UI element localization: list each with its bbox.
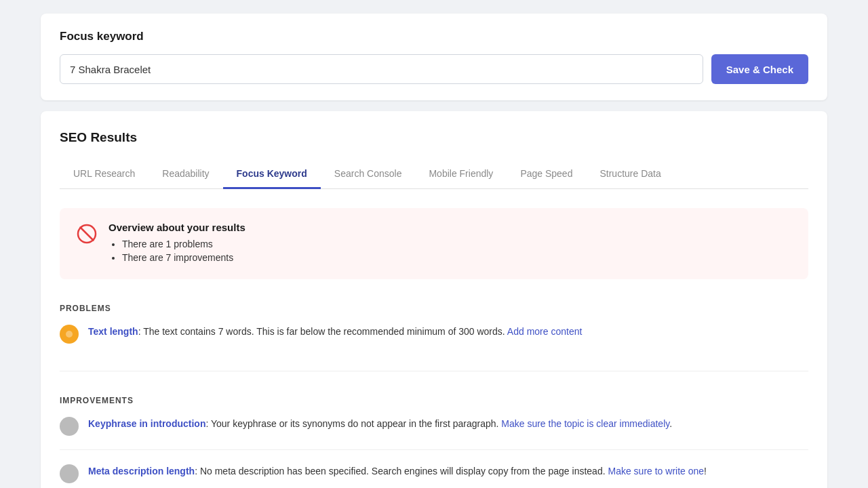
tab-mobile-friendly[interactable]: Mobile Friendly — [415, 161, 507, 189]
tab-search-console[interactable]: Search Console — [321, 161, 416, 189]
improvement-item-meta-desc-length: Meta description length: No meta descrip… — [60, 464, 808, 488]
improvement-keyword-keyphrase-intro: Keyphrase in introduction — [88, 418, 205, 429]
focus-keyword-row: Save & Check — [60, 54, 808, 84]
overview-list-item: There are 1 problems — [122, 239, 245, 249]
seo-results-title: SEO Results — [60, 130, 808, 145]
focus-keyword-title: Focus keyword — [60, 30, 808, 43]
improvement-link-keyphrase-intro[interactable]: Make sure the topic is clear immediately — [501, 418, 669, 429]
problem-text-text-length: Text length: The text contains 7 words. … — [88, 324, 582, 339]
problem-icon-text-length — [60, 325, 79, 344]
tab-focus-keyword[interactable]: Focus Keyword — [223, 161, 321, 189]
tab-page-speed[interactable]: Page Speed — [507, 161, 586, 189]
problem-item-text-length: Text length: The text contains 7 words. … — [60, 324, 808, 357]
overview-content: Overview about your results There are 1 … — [108, 222, 245, 266]
focus-keyword-input[interactable] — [60, 54, 703, 84]
improvements-label: IMPROVEMENTS — [60, 396, 808, 405]
problem-keyword-text-length: Text length — [88, 326, 138, 337]
improvement-text-meta-desc-length: Meta description length: No meta descrip… — [88, 464, 707, 479]
focus-keyword-section: Focus keyword Save & Check — [41, 14, 827, 100]
tab-readability[interactable]: Readability — [149, 161, 222, 189]
ban-icon — [76, 223, 98, 245]
overview-list-item: There are 7 improvements — [122, 252, 245, 263]
improvement-icon-meta-desc-length — [60, 464, 79, 483]
tabs-bar: URL ResearchReadabilityFocus KeywordSear… — [60, 161, 808, 189]
improvement-icon-keyphrase-intro — [60, 417, 79, 436]
seo-results-section: SEO Results URL ResearchReadabilityFocus… — [41, 111, 827, 488]
tab-url-research[interactable]: URL Research — [60, 161, 149, 189]
svg-point-2 — [66, 331, 73, 338]
svg-line-1 — [81, 228, 94, 241]
save-check-button[interactable]: Save & Check — [711, 54, 808, 84]
improvement-text-keyphrase-intro: Keyphrase in introduction: Your keyphras… — [88, 416, 672, 431]
problems-container: Text length: The text contains 7 words. … — [60, 324, 808, 357]
overview-list: There are 1 problemsThere are 7 improvem… — [108, 239, 245, 263]
overview-box: Overview about your results There are 1 … — [60, 208, 808, 279]
problems-label: PROBLEMS — [60, 304, 808, 313]
improvement-link-meta-desc-length[interactable]: Make sure to write one — [608, 466, 704, 476]
overview-heading: Overview about your results — [108, 222, 245, 233]
problem-link-text-length[interactable]: Add more content — [507, 326, 583, 337]
improvements-container: Keyphrase in introduction: Your keyphras… — [60, 416, 808, 488]
improvement-keyword-meta-desc-length: Meta description length — [88, 466, 195, 476]
improvement-item-keyphrase-intro: Keyphrase in introduction: Your keyphras… — [60, 416, 808, 450]
tab-structure-data[interactable]: Structure Data — [586, 161, 674, 189]
